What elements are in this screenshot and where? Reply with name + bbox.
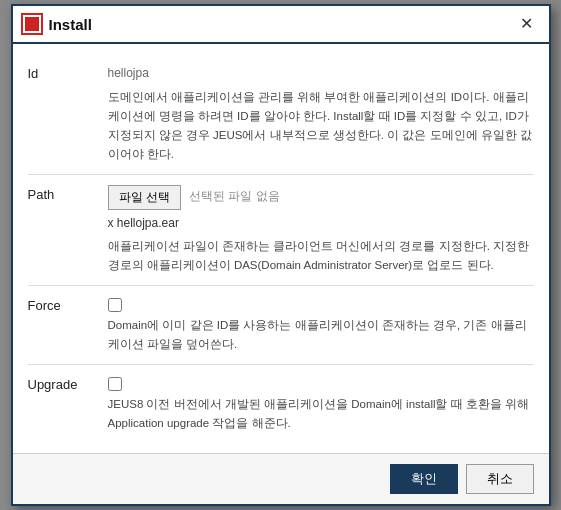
dialog-titlebar: Install ✕: [13, 6, 549, 44]
dialog-content: Id hellojpa 도메인에서 애플리케이션을 관리를 위해 부여한 애플리…: [13, 44, 549, 452]
force-label: Force: [28, 296, 108, 354]
title-area: Install: [23, 15, 92, 33]
install-dialog: Install ✕ Id hellojpa 도메인에서 애플리케이션을 관리를 …: [11, 4, 551, 505]
id-content: hellojpa 도메인에서 애플리케이션을 관리를 위해 부여한 애플리케이션…: [108, 64, 534, 163]
force-checkbox[interactable]: [108, 298, 122, 312]
id-value: hellojpa: [108, 64, 534, 83]
path-content: 파일 선택 선택된 파일 없음 x hellojpa.ear 애플리케이션 파일…: [108, 185, 534, 275]
file-selected: x hellojpa.ear: [108, 214, 534, 233]
file-row: 파일 선택 선택된 파일 없음: [108, 185, 534, 210]
upgrade-checkbox-row: [108, 375, 534, 391]
path-label: Path: [28, 185, 108, 275]
upgrade-field-row: Upgrade JEUS8 이전 버전에서 개발된 애플리케이션을 Domain…: [28, 365, 534, 443]
upgrade-content: JEUS8 이전 버전에서 개발된 애플리케이션을 Domain에 instal…: [108, 375, 534, 433]
force-content: Domain에 이미 같은 ID를 사용하는 애플리케이션이 존재하는 경우, …: [108, 296, 534, 354]
id-field-row: Id hellojpa 도메인에서 애플리케이션을 관리를 위해 부여한 애플리…: [28, 54, 534, 174]
path-description: 애플리케이션 파일이 존재하는 클라이언트 머신에서의 경로를 지정한다. 지정…: [108, 237, 534, 275]
id-description: 도메인에서 애플리케이션을 관리를 위해 부여한 애플리케이션의 ID이다. 애…: [108, 88, 534, 164]
force-description: Domain에 이미 같은 ID를 사용하는 애플리케이션이 존재하는 경우, …: [108, 316, 534, 354]
force-field-row: Force Domain에 이미 같은 ID를 사용하는 애플리케이션이 존재하…: [28, 286, 534, 365]
upgrade-label: Upgrade: [28, 375, 108, 433]
close-button[interactable]: ✕: [514, 14, 539, 34]
dialog-title: Install: [49, 16, 92, 33]
id-label: Id: [28, 64, 108, 163]
cancel-button[interactable]: 취소: [466, 464, 534, 494]
file-select-button[interactable]: 파일 선택: [108, 185, 181, 210]
upgrade-description: JEUS8 이전 버전에서 개발된 애플리케이션을 Domain에 instal…: [108, 395, 534, 433]
upgrade-checkbox[interactable]: [108, 377, 122, 391]
dialog-footer: 확인 취소: [13, 453, 549, 504]
force-checkbox-row: [108, 296, 534, 312]
path-field-row: Path 파일 선택 선택된 파일 없음 x hellojpa.ear 애플리케…: [28, 175, 534, 286]
confirm-button[interactable]: 확인: [390, 464, 458, 494]
dialog-icon: [23, 15, 41, 33]
file-placeholder: 선택된 파일 없음: [189, 187, 280, 206]
